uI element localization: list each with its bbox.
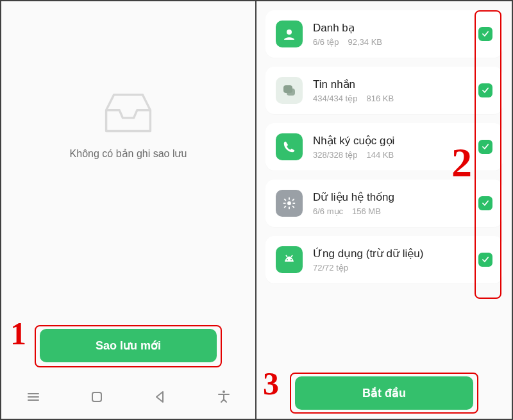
recent-apps-icon[interactable]: [26, 389, 41, 405]
start-button-label: Bắt đầu: [362, 386, 406, 400]
checkbox[interactable]: [478, 253, 492, 267]
gear-icon: [276, 190, 303, 217]
svg-rect-12: [284, 206, 287, 208]
svg-rect-13: [292, 199, 294, 201]
category-count: 72/72 tệp: [313, 263, 348, 273]
android-icon: [276, 246, 303, 273]
category-size: 816 KB: [366, 94, 394, 103]
annotation-number-1: 1: [10, 315, 26, 352]
annotation-number-3: 3: [263, 365, 279, 402]
empty-state-text: Không có bản ghi sao lưu: [70, 147, 187, 160]
category-count: 328/328 tệp: [313, 150, 357, 160]
svg-point-2: [287, 29, 292, 35]
category-item[interactable]: Danh bạ6/6 tệp92,34 KB: [265, 10, 503, 58]
checkbox[interactable]: [478, 27, 492, 41]
new-backup-button-label: Sao lưu mới: [96, 339, 161, 353]
home-icon[interactable]: [89, 389, 105, 405]
category-sub: 6/6 mục156 MB: [313, 206, 468, 216]
category-title: Tin nhắn: [313, 78, 468, 91]
category-title: Ứng dụng (trừ dữ liệu): [313, 247, 468, 260]
category-body: Dữ liệu hệ thống6/6 mục156 MB: [313, 190, 468, 216]
new-backup-button[interactable]: Sao lưu mới: [40, 329, 217, 362]
category-item[interactable]: Dữ liệu hệ thống6/6 mục156 MB: [265, 180, 503, 227]
svg-rect-8: [283, 203, 286, 204]
category-sub: 434/434 tệp816 KB: [313, 94, 468, 103]
category-sub: 72/72 tệp: [313, 263, 468, 273]
svg-point-1: [223, 391, 225, 393]
svg-rect-9: [293, 203, 296, 204]
category-count: 434/434 tệp: [313, 94, 357, 103]
svg-rect-4: [287, 88, 295, 96]
svg-rect-10: [284, 199, 287, 201]
screen-backup-empty: Không có bản ghi sao lưu Sao lưu mới 1: [1, 1, 256, 419]
svg-rect-0: [92, 392, 101, 401]
category-item[interactable]: Ứng dụng (trừ dữ liệu)72/72 tệp: [265, 236, 503, 283]
phone-icon: [276, 133, 303, 160]
message-icon: [276, 77, 303, 104]
category-size: 92,34 KB: [348, 37, 383, 47]
check-icon: [481, 255, 490, 264]
empty-state: Không có bản ghi sao lưu: [1, 91, 255, 160]
category-list: Danh bạ6/6 tệp92,34 KBTin nhắn434/434 tệ…: [256, 10, 512, 283]
category-body: Tin nhắn434/434 tệp816 KB: [313, 78, 468, 103]
category-body: Ứng dụng (trừ dữ liệu)72/72 tệp: [313, 247, 468, 273]
category-title: Nhật ký cuộc gọi: [313, 134, 468, 147]
svg-line-16: [286, 255, 287, 257]
svg-line-17: [291, 255, 292, 257]
category-item[interactable]: Nhật ký cuộc gọi328/328 tệp144 KB: [265, 123, 503, 171]
screen-backup-select: Danh bạ6/6 tệp92,34 KBTin nhắn434/434 tệ…: [256, 1, 512, 419]
check-icon: [481, 29, 490, 38]
svg-rect-11: [292, 206, 294, 208]
category-sub: 6/6 tệp92,34 KB: [313, 37, 468, 47]
svg-point-14: [287, 259, 288, 260]
contact-icon: [276, 21, 303, 47]
category-item[interactable]: Tin nhắn434/434 tệp816 KB: [265, 67, 503, 114]
checkbox[interactable]: [478, 83, 492, 97]
category-size: 156 MB: [352, 206, 381, 216]
start-button[interactable]: Bắt đầu: [295, 376, 473, 410]
back-icon[interactable]: [153, 389, 168, 405]
android-navbar: [1, 382, 255, 412]
check-icon: [481, 199, 490, 208]
svg-rect-6: [289, 197, 290, 200]
category-body: Nhật ký cuộc gọi328/328 tệp144 KB: [313, 134, 468, 160]
check-icon: [481, 86, 490, 95]
checkbox[interactable]: [478, 196, 492, 210]
category-title: Danh bạ: [313, 21, 468, 35]
category-size: 144 KB: [366, 150, 394, 160]
category-count: 6/6 tệp: [313, 37, 339, 47]
category-sub: 328/328 tệp144 KB: [313, 150, 468, 160]
category-count: 6/6 mục: [313, 206, 343, 216]
checkbox[interactable]: [478, 140, 492, 154]
category-title: Dữ liệu hệ thống: [313, 190, 468, 204]
svg-point-15: [290, 259, 292, 260]
svg-point-5: [287, 201, 291, 205]
accessibility-icon[interactable]: [216, 389, 231, 405]
svg-rect-7: [289, 207, 290, 210]
category-body: Danh bạ6/6 tệp92,34 KB: [313, 21, 468, 47]
check-icon: [481, 142, 490, 151]
inbox-icon: [101, 91, 156, 136]
